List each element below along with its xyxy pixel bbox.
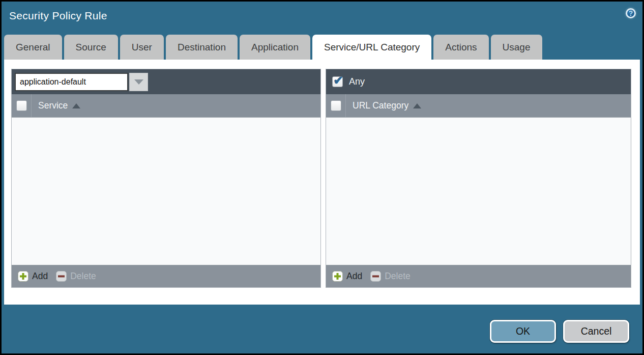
tab-application[interactable]: Application <box>240 35 310 60</box>
delete-url-category-button[interactable]: Delete <box>370 271 411 282</box>
ok-button[interactable]: OK <box>490 320 556 343</box>
tab-usage[interactable]: Usage <box>491 35 542 60</box>
url-category-footer-bar: Add Delete <box>326 265 631 287</box>
any-checkbox-label: Any <box>349 76 365 87</box>
url-category-column-header[interactable]: URL Category <box>353 100 408 111</box>
page-title: Security Policy Rule <box>9 10 107 22</box>
add-service-button[interactable]: Add <box>18 271 48 282</box>
service-panel: Service Add Delete <box>11 69 321 288</box>
tab-general[interactable]: General <box>4 35 62 60</box>
service-select-all-checkbox[interactable] <box>16 100 27 111</box>
security-policy-rule-dialog: { "window": { "title": "Security Policy … <box>0 0 644 355</box>
service-table-header: Service <box>12 94 320 118</box>
plus-icon <box>18 271 28 282</box>
tab-destination[interactable]: Destination <box>166 35 238 60</box>
tab-user[interactable]: User <box>120 35 164 60</box>
tab-actions[interactable]: Actions <box>433 35 488 60</box>
service-column-header[interactable]: Service <box>38 100 68 111</box>
help-icon[interactable]: ? <box>626 8 636 18</box>
tab-service-url-category[interactable]: Service/URL Category <box>312 35 431 60</box>
minus-icon <box>370 271 381 282</box>
cancel-button[interactable]: Cancel <box>563 320 629 343</box>
sort-ascending-icon <box>413 103 421 108</box>
service-list <box>12 118 320 265</box>
url-category-list <box>326 118 631 265</box>
service-type-dropdown-button[interactable] <box>129 73 148 91</box>
service-footer-bar: Add Delete <box>12 265 320 287</box>
tab-content-area: Service Add Delete <box>4 60 640 305</box>
plus-icon <box>332 271 343 282</box>
service-type-input[interactable] <box>15 73 128 91</box>
sort-ascending-icon <box>72 103 80 108</box>
url-category-panel: Any URL Category Add <box>326 69 631 288</box>
service-toolbar <box>12 69 320 94</box>
delete-service-button[interactable]: Delete <box>56 271 96 282</box>
url-category-toolbar: Any <box>326 69 631 94</box>
any-checkbox[interactable] <box>332 76 343 87</box>
add-url-category-button[interactable]: Add <box>332 271 362 282</box>
url-category-select-all-checkbox[interactable] <box>331 100 341 111</box>
url-category-table-header: URL Category <box>326 94 631 118</box>
tab-strip: General Source User Destination Applicat… <box>4 35 542 60</box>
tab-source[interactable]: Source <box>64 35 118 60</box>
chevron-down-icon <box>134 79 143 85</box>
dialog-action-bar: OK Cancel <box>490 320 629 343</box>
minus-icon <box>56 271 67 282</box>
